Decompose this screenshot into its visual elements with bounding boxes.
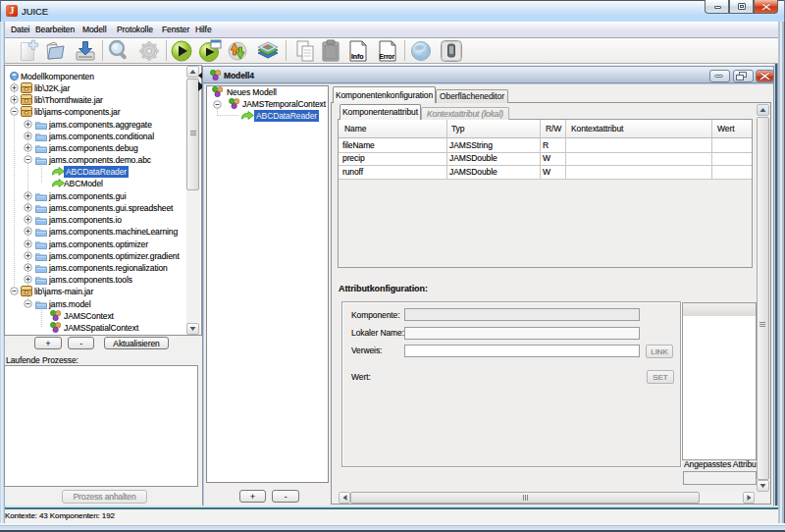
svg-text:Error: Error [380, 53, 395, 60]
svg-text:Info: Info [351, 53, 363, 60]
